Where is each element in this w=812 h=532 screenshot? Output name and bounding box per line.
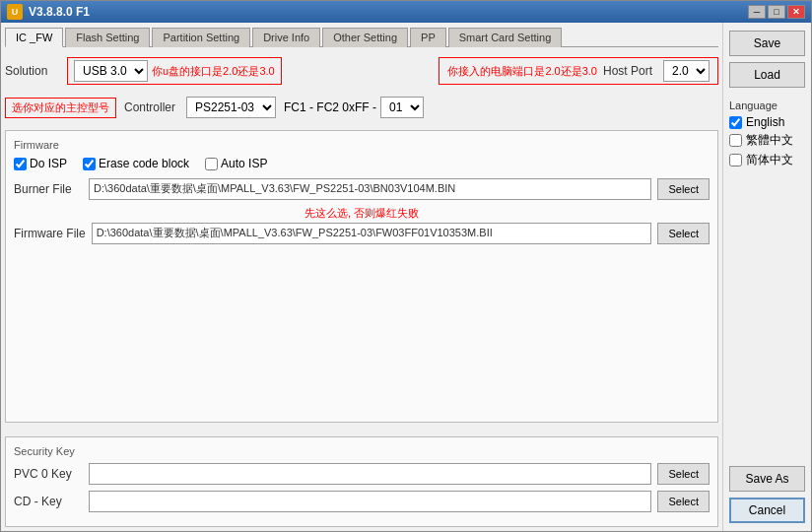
close-button[interactable]: ✕: [787, 5, 805, 19]
auto-isp-input[interactable]: [205, 158, 218, 170]
solution-box: USB 3.0 USB 2.0 你u盘的接口是2.0还是3.0: [67, 57, 282, 85]
firmware-section: Firmware Do ISP Erase code block Auto: [5, 130, 718, 423]
firmware-file-select-button[interactable]: Select: [657, 223, 710, 244]
tab-ic-fw[interactable]: IC _FW: [5, 28, 63, 47]
controller-select[interactable]: PS2251-03 PS2251-07: [186, 97, 276, 118]
warn-text: 先这么选, 否则爆红失败: [14, 206, 710, 221]
pvc0-key-input[interactable]: [89, 463, 651, 485]
main-area: IC _FW Flash Setting Partition Setting D…: [1, 23, 811, 531]
controller-label: Controller: [124, 100, 178, 114]
tab-pp[interactable]: PP: [410, 28, 446, 47]
app-icon: U: [7, 4, 23, 20]
pvc0-key-label: PVC 0 Key: [14, 467, 83, 481]
solution-label: Solution: [5, 64, 59, 78]
minimize-button[interactable]: ─: [748, 5, 766, 19]
firmware-checkboxes: Do ISP Erase code block Auto ISP: [14, 157, 710, 170]
erase-code-block-checkbox[interactable]: Erase code block: [83, 157, 189, 170]
content-area: IC _FW Flash Setting Partition Setting D…: [1, 23, 722, 531]
burner-file-path: D:\360data\重要数据\桌面\MPALL_V3.63\FW_PS2251…: [89, 178, 651, 200]
fc-select[interactable]: 01 02: [380, 97, 424, 118]
main-window: U V3.8.8.0 F1 ─ □ ✕ IC _FW Flash Setting…: [0, 0, 812, 532]
tab-smart-card[interactable]: Smart Card Setting: [448, 28, 563, 47]
lang-simplified-chinese[interactable]: 简体中文: [729, 152, 805, 168]
tab-drive-info[interactable]: Drive Info: [252, 28, 320, 47]
controller-row: 选你对应的主控型号 Controller PS2251-03 PS2251-07…: [5, 95, 718, 120]
erase-code-block-input[interactable]: [83, 158, 96, 170]
save-button[interactable]: Save: [729, 31, 805, 56]
firmware-file-path: D:\360data\重要数据\桌面\MPALL_V3.63\FW_PS2251…: [92, 223, 652, 244]
host-port-group: 你接入的电脑端口是2.0还是3.0 Host Port 2.0 3.0: [439, 57, 718, 85]
security-key-title: Security Key: [14, 445, 710, 457]
do-isp-label: Do ISP: [30, 157, 67, 170]
pvc0-key-select-button[interactable]: Select: [657, 463, 710, 485]
fc-label: FC1 - FC2 0xFF -: [284, 100, 376, 114]
security-key-section: Security Key PVC 0 Key Select CD - Key S…: [5, 436, 718, 527]
solution-hint: 你u盘的接口是2.0还是3.0: [152, 64, 275, 79]
do-isp-checkbox[interactable]: Do ISP: [14, 157, 67, 170]
lang-traditional-chinese-input[interactable]: [729, 134, 742, 147]
tab-partition-setting[interactable]: Partition Setting: [152, 28, 250, 47]
window-controls: ─ □ ✕: [748, 5, 805, 19]
load-button[interactable]: Load: [729, 62, 805, 88]
sidebar: Save Load Language English 繁體中文 简体中文 Sav: [722, 23, 811, 531]
erase-code-block-label: Erase code block: [99, 157, 189, 170]
lang-english[interactable]: English: [729, 115, 805, 129]
firmware-file-row: Firmware File D:\360data\重要数据\桌面\MPALL_V…: [14, 223, 710, 244]
language-label: Language: [729, 100, 805, 111]
solution-row: Solution USB 3.0 USB 2.0 你u盘的接口是2.0还是3.0…: [5, 53, 718, 89]
firmware-file-label: Firmware File: [14, 227, 86, 240]
maximize-button[interactable]: □: [768, 5, 785, 19]
host-port-label: Host Port: [603, 64, 657, 78]
burner-file-row: Burner File D:\360data\重要数据\桌面\MPALL_V3.…: [14, 178, 710, 200]
burner-file-label: Burner File: [14, 182, 83, 196]
tab-other-setting[interactable]: Other Setting: [322, 28, 408, 47]
tab-flash-setting[interactable]: Flash Setting: [65, 28, 150, 47]
sidebar-spacer: [729, 177, 805, 460]
auto-isp-label: Auto ISP: [221, 157, 267, 170]
save-as-button[interactable]: Save As: [729, 466, 805, 492]
tab-content-ic-fw: Solution USB 3.0 USB 2.0 你u盘的接口是2.0还是3.0…: [5, 53, 718, 527]
cd-key-input[interactable]: [89, 491, 651, 512]
cancel-button[interactable]: Cancel: [729, 498, 805, 523]
do-isp-input[interactable]: [14, 158, 27, 170]
firmware-title: Firmware: [14, 139, 710, 151]
lang-simplified-chinese-label: 简体中文: [746, 152, 793, 168]
pvc0-key-row: PVC 0 Key Select: [14, 463, 710, 485]
solution-select[interactable]: USB 3.0 USB 2.0: [74, 60, 148, 82]
burner-file-select-button[interactable]: Select: [657, 178, 710, 200]
controller-hint-box: 选你对应的主控型号: [5, 98, 116, 118]
cd-key-label: CD - Key: [14, 495, 83, 508]
tab-bar: IC _FW Flash Setting Partition Setting D…: [5, 27, 718, 47]
lang-traditional-chinese[interactable]: 繁體中文: [729, 132, 805, 149]
lang-traditional-chinese-label: 繁體中文: [746, 132, 793, 149]
window-title: V3.8.8.0 F1: [29, 5, 748, 19]
cd-key-select-button[interactable]: Select: [657, 491, 710, 512]
lang-english-input[interactable]: [729, 116, 742, 129]
fc-group: FC1 - FC2 0xFF - 01 02: [284, 97, 424, 118]
auto-isp-checkbox[interactable]: Auto ISP: [205, 157, 267, 170]
lang-simplified-chinese-input[interactable]: [729, 154, 742, 166]
language-group: Language English 繁體中文 简体中文: [729, 100, 805, 171]
cd-key-row: CD - Key Select: [14, 491, 710, 512]
titlebar: U V3.8.8.0 F1 ─ □ ✕: [1, 1, 811, 23]
host-port-select[interactable]: 2.0 3.0: [663, 60, 710, 82]
host-port-hint: 你接入的电脑端口是2.0还是3.0: [447, 64, 597, 79]
lang-english-label: English: [746, 115, 784, 129]
controller-hint: 选你对应的主控型号: [12, 100, 109, 115]
